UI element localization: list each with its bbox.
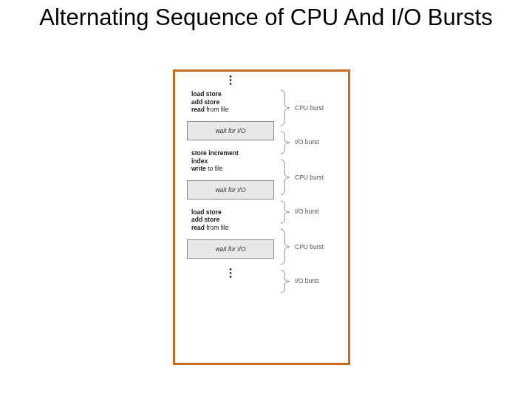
instr: add store: [191, 98, 219, 106]
figure-frame: ••• load store add store read from file …: [173, 69, 350, 365]
cpu-block-2: store increment index write to file: [187, 146, 274, 176]
brace-layer: CPU burst I/O burst CPU burst I/O burst: [280, 72, 347, 363]
label-cpu-3: CPU burst: [295, 243, 324, 250]
instr: read: [191, 106, 205, 113]
instr: load store: [191, 208, 222, 216]
io-wait-box-3: wait for I/O: [187, 239, 274, 259]
label-io-3: I/O burst: [295, 277, 319, 284]
instr: read: [191, 224, 205, 231]
instr: load store: [191, 90, 222, 98]
brace-io-1: [280, 131, 290, 154]
instr: from file: [205, 224, 229, 231]
io-wait-box-2: wait for I/O: [187, 180, 274, 200]
instr: from file: [205, 106, 229, 113]
brace-cpu-3: [280, 228, 290, 265]
cpu-block-3: load store add store read from file: [187, 205, 274, 235]
instr: add store: [191, 216, 219, 223]
brace-cpu-2: [280, 159, 290, 196]
vertical-ellipsis-bottom: •••: [187, 265, 274, 280]
label-cpu-1: CPU burst: [295, 104, 324, 112]
instr: to file: [206, 165, 223, 172]
instr: write: [191, 165, 206, 172]
io-wait-box-1: wait for I/O: [187, 121, 274, 140]
instr: index: [191, 157, 208, 165]
page-title: Alternating Sequence of CPU And I/O Burs…: [0, 0, 532, 31]
brace-io-2: [280, 200, 290, 224]
label-io-2: I/O burst: [295, 208, 319, 215]
instruction-column: ••• load store add store read from file …: [187, 72, 274, 363]
label-cpu-2: CPU burst: [295, 174, 324, 181]
instr: store increment: [191, 149, 239, 157]
brace-cpu-1: [280, 89, 290, 126]
label-io-1: I/O burst: [295, 138, 319, 146]
cpu-block-1: load store add store read from file: [187, 87, 274, 117]
brace-io-3: [280, 270, 290, 293]
vertical-ellipsis-top: •••: [187, 72, 274, 87]
